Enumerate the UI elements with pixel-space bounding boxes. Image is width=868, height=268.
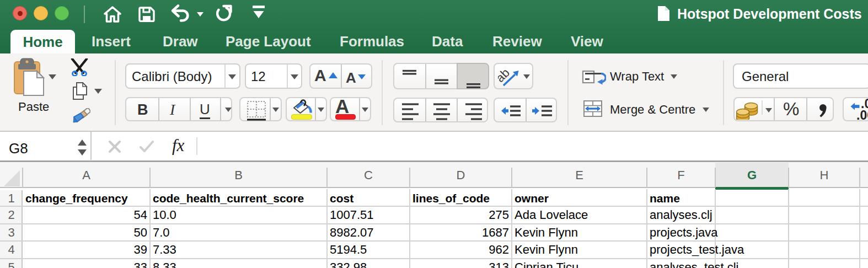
- svg-text:ab: ab: [498, 66, 512, 85]
